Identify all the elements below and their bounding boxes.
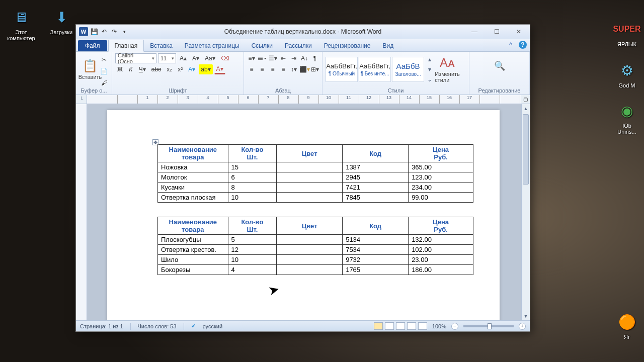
table-header[interactable]: Цвет: [277, 217, 343, 235]
redo-icon[interactable]: ↷: [110, 28, 118, 36]
view-fullscreen-button[interactable]: [385, 322, 394, 330]
numbering-button[interactable]: ⩸▾: [258, 53, 267, 63]
font-color-button[interactable]: A▾: [214, 64, 225, 74]
cut-button[interactable]: ✂: [98, 55, 110, 65]
minimize-ribbon-icon[interactable]: ^: [507, 41, 515, 49]
desktop-icon-godmode[interactable]: ⚙God M: [609, 60, 644, 88]
tab-references[interactable]: Ссылки: [246, 40, 279, 51]
table-cell[interactable]: 123.00: [409, 172, 473, 183]
ruler-toggle-icon[interactable]: ▢: [521, 95, 530, 104]
scroll-up-icon[interactable]: ▲: [522, 104, 530, 113]
tab-review[interactable]: Рецензирование: [318, 40, 377, 51]
table-cell[interactable]: Кусачки: [158, 183, 228, 193]
text-effects-button[interactable]: A▾: [186, 64, 197, 74]
table-row[interactable]: Ножовка151387365.00: [158, 162, 473, 172]
shrink-font-button[interactable]: A▾: [190, 53, 201, 63]
align-right-button[interactable]: ≡: [268, 64, 277, 74]
tab-insert[interactable]: Вставка: [144, 40, 179, 51]
format-painter-button[interactable]: 🖌: [98, 78, 110, 88]
ruler-corner[interactable]: └: [76, 95, 87, 104]
zoom-slider[interactable]: [463, 325, 514, 327]
table-cell[interactable]: 4: [228, 265, 277, 275]
desktop-icon-this-pc[interactable]: 🖥Этот компьютер: [3, 7, 39, 41]
minimize-button[interactable]: —: [463, 25, 486, 39]
sort-button[interactable]: A↓: [300, 53, 309, 63]
view-print-button[interactable]: [374, 322, 383, 330]
zoom-out-button[interactable]: −: [451, 323, 458, 330]
undo-icon[interactable]: ↶: [100, 28, 108, 36]
table-cell[interactable]: 365.00: [409, 162, 473, 172]
desktop-icon-downloads[interactable]: ⬇Загрузки: [43, 7, 79, 35]
table-2[interactable]: Наименование товараКол-во Шт.ЦветКодЦена…: [157, 217, 473, 275]
tab-home[interactable]: Главная: [108, 40, 144, 52]
ruler-vertical[interactable]: [76, 104, 87, 320]
proofing-icon[interactable]: ✔: [191, 323, 196, 329]
document-area[interactable]: ✥ Наименование товараКол-во Шт.ЦветКодЦе…: [87, 104, 521, 320]
table-row[interactable]: Отвертка плоская10784599.00: [158, 193, 473, 203]
table-cell[interactable]: Отвертка крестов.: [158, 245, 228, 255]
table-cell[interactable]: 10: [228, 193, 277, 203]
style-nospacing[interactable]: АаБбВвГг,¶ Без инте...: [359, 57, 391, 82]
change-case-button[interactable]: Aa▾: [203, 53, 217, 63]
font-name-select[interactable]: Calibri (Осно: [115, 53, 156, 63]
table-cell[interactable]: [277, 162, 343, 172]
table-cell[interactable]: 2945: [343, 172, 409, 183]
zoom-thumb[interactable]: [488, 323, 492, 329]
table-cell[interactable]: [277, 183, 343, 193]
table-cell[interactable]: 10: [228, 255, 277, 265]
view-draft-button[interactable]: [418, 322, 427, 330]
table-cell[interactable]: [277, 193, 343, 203]
table-header[interactable]: Цвет: [277, 145, 343, 162]
table-header[interactable]: Код: [343, 217, 409, 235]
table-cell[interactable]: 9732: [343, 255, 409, 265]
multilevel-button[interactable]: ☰▾: [268, 53, 277, 63]
table-cell[interactable]: 5: [228, 235, 277, 245]
tab-layout[interactable]: Разметка страницы: [179, 40, 246, 51]
table-cell[interactable]: 23.00: [409, 255, 473, 265]
zoom-level[interactable]: 100%: [432, 323, 446, 329]
line-spacing-button[interactable]: ↕▾: [289, 64, 298, 74]
qat-dropdown-icon[interactable]: ▾: [120, 28, 128, 36]
style-normal[interactable]: АаБбВвГг,¶ Обычный: [326, 57, 358, 82]
maximize-button[interactable]: ☐: [486, 25, 508, 39]
table-cell[interactable]: 7534: [343, 245, 409, 255]
table-cell[interactable]: Молоток: [158, 172, 228, 183]
table-cell[interactable]: Ножовка: [158, 162, 228, 172]
table-cell[interactable]: [277, 172, 343, 183]
table-cell[interactable]: [277, 265, 343, 275]
table-cell[interactable]: Плоскогубцы: [158, 235, 228, 245]
table-header[interactable]: Цена Руб.: [409, 217, 473, 235]
clear-format-button[interactable]: ⌫: [219, 53, 231, 63]
table-cell[interactable]: Бокорезы: [158, 265, 228, 275]
editing-button[interactable]: 🔍: [472, 53, 526, 78]
table-row[interactable]: Молоток62945123.00: [158, 172, 473, 183]
desktop-icon-shortcut[interactable]: SUPERЯРЛЫК: [609, 19, 644, 47]
style-heading1[interactable]: АаБбВЗаголово...: [392, 57, 424, 82]
table-cell[interactable]: 99.00: [409, 193, 473, 203]
table-cell[interactable]: 234.00: [409, 183, 473, 193]
table-cell[interactable]: 7845: [343, 193, 409, 203]
view-outline-button[interactable]: [407, 322, 416, 330]
change-styles-button[interactable]: AᴀИзменить стили: [433, 53, 461, 85]
close-button[interactable]: ✕: [508, 25, 530, 39]
table-cell[interactable]: 102.00: [409, 245, 473, 255]
decrease-indent-button[interactable]: ⇤: [279, 53, 288, 63]
table-cell[interactable]: Отвертка плоская: [158, 193, 228, 203]
table-header[interactable]: Код: [343, 145, 409, 162]
table-row[interactable]: Кусачки87421234.00: [158, 183, 473, 193]
table-cell[interactable]: 12: [228, 245, 277, 255]
font-size-select[interactable]: 11: [158, 53, 176, 63]
status-words[interactable]: Число слов: 53: [138, 323, 177, 329]
table-header[interactable]: Кол-во Шт.: [228, 217, 277, 235]
table-cell[interactable]: 186.00: [409, 265, 473, 275]
copy-button[interactable]: 📄: [98, 66, 110, 76]
table-header[interactable]: Кол-во Шт.: [228, 145, 277, 162]
italic-button[interactable]: К: [126, 64, 135, 74]
align-center-button[interactable]: ≡: [258, 64, 267, 74]
table-cell[interactable]: [277, 245, 343, 255]
ruler-horizontal[interactable]: 1234567891011121314151617: [87, 95, 521, 104]
word-app-icon[interactable]: W: [79, 27, 88, 36]
vertical-scrollbar[interactable]: ▲ ▼: [521, 104, 530, 320]
view-web-button[interactable]: [396, 322, 405, 330]
grow-font-button[interactable]: A▴: [178, 53, 189, 63]
